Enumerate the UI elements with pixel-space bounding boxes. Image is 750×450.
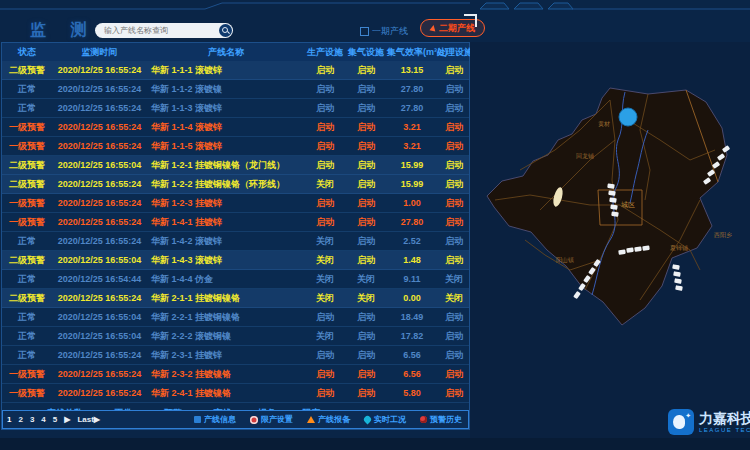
- table-row[interactable]: 正常2020/12/25 16:55:24华新 1-1-3 滚镀锌启动启动27.…: [2, 99, 469, 118]
- column-header: 生产设施: [305, 46, 345, 59]
- table-cell: 启动: [345, 121, 387, 134]
- table-cell: 正常: [2, 102, 52, 115]
- column-header: 状态: [2, 46, 52, 59]
- table-cell: 启动: [345, 235, 387, 248]
- last-page-button[interactable]: Last▶: [77, 415, 100, 424]
- table-cell: 二级预警: [2, 254, 52, 267]
- table-cell: 华新 1-1-1 滚镀锌: [147, 64, 305, 77]
- table-row[interactable]: 一级预警2020/12/25 16:55:24华新 2-3-2 挂镀镍铬启动启动…: [2, 365, 469, 384]
- table-row[interactable]: 正常2020/12/25 16:55:24华新 1-4-2 滚镀锌关闭启动2.5…: [2, 232, 469, 251]
- table-cell: 二级预警: [2, 178, 52, 191]
- phase1-checkbox[interactable]: 一期产线: [360, 25, 408, 38]
- table-cell: 启动: [345, 64, 387, 77]
- site-marker[interactable]: [672, 264, 680, 270]
- table-cell: 启动: [437, 64, 471, 77]
- column-header: 监测时间: [52, 46, 147, 59]
- column-header: 处理设施: [437, 46, 471, 59]
- table-cell: 启动: [437, 330, 471, 343]
- table-row[interactable]: 二级预警2020/12/25 16:55:24华新 2-1-1 挂镀铜镍铬关闭关…: [2, 289, 469, 308]
- action-label: 实时工况: [374, 414, 406, 425]
- page-button-1[interactable]: 1: [7, 415, 11, 424]
- table-cell: 27.80: [387, 217, 437, 227]
- page-button-5[interactable]: 5: [53, 415, 57, 424]
- table-cell: 2020/12/25 16:55:24: [52, 122, 147, 132]
- table-body: 二级预警2020/12/25 16:55:24华新 1-1-1 滚镀锌启动启动1…: [2, 61, 469, 403]
- site-marker[interactable]: [573, 291, 581, 299]
- table-row[interactable]: 二级预警2020/12/25 16:55:04华新 1-2-1 挂镀铜镍铬（龙门…: [2, 156, 469, 175]
- table-cell: 启动: [437, 83, 471, 96]
- table-row[interactable]: 正常2020/12/25 16:55:04华新 2-2-1 挂镀铜镍铬启动启动1…: [2, 308, 469, 327]
- table-row[interactable]: 一级预警2020/12/25 16:55:24华新 2-4-1 挂镀镍铬启动启动…: [2, 384, 469, 403]
- table-cell: 2020/12/25 16:55:24: [52, 350, 147, 360]
- realtime-button[interactable]: 实时工况: [364, 414, 406, 425]
- table-cell: 2020/12/25 16:55:24: [52, 84, 147, 94]
- table-cell: 启动: [437, 159, 471, 172]
- site-marker[interactable]: [675, 285, 683, 291]
- alert-history-button[interactable]: 预警历史: [420, 414, 462, 425]
- limit-icon: [250, 416, 258, 424]
- table-row[interactable]: 正常2020/12/25 16:55:04华新 2-2-2 滚镀铜镍关闭启动17…: [2, 327, 469, 346]
- map-town-label: 回龙铺: [576, 153, 594, 160]
- table-row[interactable]: 一级预警2020/12/25 16:55:24华新 1-1-5 滚镀锌启动启动3…: [2, 137, 469, 156]
- next-page-button[interactable]: ▶: [64, 415, 70, 424]
- table-cell: 5.80: [387, 388, 437, 398]
- table-cell: 一级预警: [2, 387, 52, 400]
- site-marker[interactable]: [674, 278, 682, 284]
- search-input[interactable]: [95, 26, 219, 35]
- alert-location-marker[interactable]: [619, 108, 637, 126]
- line-report-button[interactable]: 产线报备: [307, 414, 350, 425]
- table-cell: 华新 2-1-1 挂镀铜镍铬: [147, 292, 305, 305]
- table-cell: 9.11: [387, 274, 437, 284]
- table-cell: 华新 1-2-1 挂镀铜镍铬（龙门线）: [147, 159, 305, 172]
- page-button-4[interactable]: 4: [41, 415, 45, 424]
- table-cell: 2020/12/25 16:55:04: [52, 331, 147, 341]
- table-cell: 2020/12/25 16:55:24: [52, 217, 147, 227]
- table-cell: 华新 1-4-1 挂镀锌: [147, 216, 305, 229]
- table-row[interactable]: 一级预警2020/12/25 16:55:24华新 1-2-3 挂镀锌启动启动1…: [2, 194, 469, 213]
- table-cell: 关闭: [305, 273, 345, 286]
- page-button-2[interactable]: 2: [18, 415, 22, 424]
- table-row[interactable]: 一级预警2020/12/25 16:55:24华新 1-4-1 挂镀锌启动启动2…: [2, 213, 469, 232]
- corner-bracket-decoration: [464, 14, 477, 27]
- table-cell: 2020/12/25 16:55:24: [52, 293, 147, 303]
- table-cell: 启动: [437, 254, 471, 267]
- table-cell: 2020/12/25 16:55:24: [52, 198, 147, 208]
- table-cell: 启动: [345, 216, 387, 229]
- table-cell: 启动: [345, 197, 387, 210]
- table-cell: 启动: [305, 64, 345, 77]
- table-cell: 启动: [345, 387, 387, 400]
- table-cell: 27.80: [387, 84, 437, 94]
- search-icon[interactable]: [219, 24, 232, 37]
- table-cell: 1.00: [387, 198, 437, 208]
- table-cell: 关闭: [305, 235, 345, 248]
- table-cell: 华新 2-3-2 挂镀镍铬: [147, 368, 305, 381]
- table-row[interactable]: 正常2020/12/25 16:55:24华新 2-3-1 挂镀锌启动启动6.5…: [2, 346, 469, 365]
- table-cell: 二级预警: [2, 159, 52, 172]
- table-cell: 一级预警: [2, 140, 52, 153]
- table-row[interactable]: 二级预警2020/12/25 16:55:24华新 1-1-1 滚镀锌启动启动1…: [2, 61, 469, 80]
- report-icon: [307, 416, 315, 423]
- table-row[interactable]: 二级预警2020/12/25 16:55:24华新 1-2-2 挂镀铜镍铬（环形…: [2, 175, 469, 194]
- line-info-button[interactable]: 产线信息: [194, 414, 236, 425]
- table-row[interactable]: 正常2020/12/25 16:54:44华新 1-4-4 仿金关闭关闭9.11…: [2, 270, 469, 289]
- table-cell: 2020/12/25 16:55:24: [52, 236, 147, 246]
- table-row[interactable]: 二级预警2020/12/25 16:55:04华新 1-4-3 滚镀锌关闭启动1…: [2, 251, 469, 270]
- action-label: 限产设置: [261, 414, 293, 425]
- limit-settings-button[interactable]: 限产设置: [250, 414, 293, 425]
- table-cell: 华新 2-3-1 挂镀锌: [147, 349, 305, 362]
- table-row[interactable]: 一级预警2020/12/25 16:55:24华新 1-1-4 滚镀锌启动启动3…: [2, 118, 469, 137]
- site-marker[interactable]: [673, 271, 681, 277]
- table-cell: 6.56: [387, 350, 437, 360]
- table-cell: 启动: [437, 216, 471, 229]
- table-cell: 启动: [437, 102, 471, 115]
- table-cell: 2020/12/25 16:55:24: [52, 141, 147, 151]
- action-buttons: 产线信息限产设置产线报备实时工况预警历史: [194, 414, 462, 425]
- table-row[interactable]: 正常2020/12/25 16:55:24华新 1-1-2 滚镀镍启动启动27.…: [2, 80, 469, 99]
- table-cell: 正常: [2, 330, 52, 343]
- table-cell: 启动: [437, 197, 471, 210]
- column-header: 集气效率(m³/s): [387, 46, 437, 59]
- table-cell: 启动: [305, 349, 345, 362]
- table-cell: 2020/12/25 16:55:24: [52, 388, 147, 398]
- table-cell: 2020/12/25 16:55:04: [52, 312, 147, 322]
- page-button-3[interactable]: 3: [30, 415, 34, 424]
